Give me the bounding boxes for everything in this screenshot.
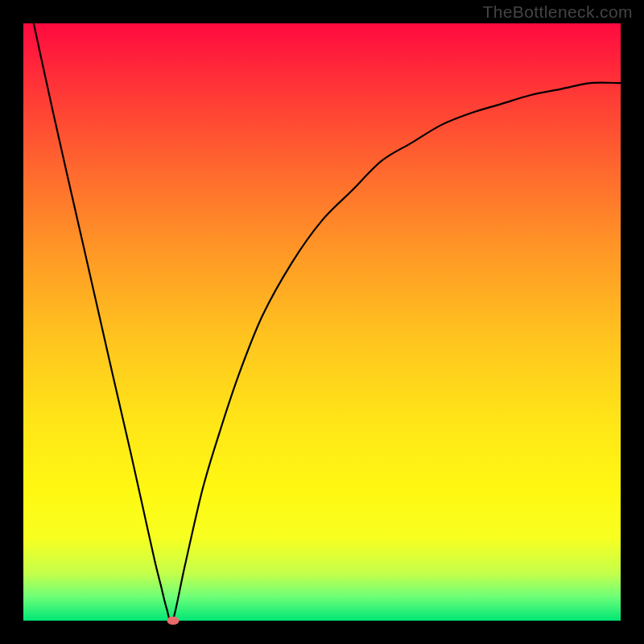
bottleneck-curve	[23, 0, 621, 622]
curve-svg	[23, 23, 621, 621]
plot-area	[23, 23, 621, 621]
chart-frame: TheBottleneck.com	[0, 0, 644, 644]
optimal-point-marker	[167, 617, 179, 625]
watermark-text: TheBottleneck.com	[482, 2, 633, 22]
